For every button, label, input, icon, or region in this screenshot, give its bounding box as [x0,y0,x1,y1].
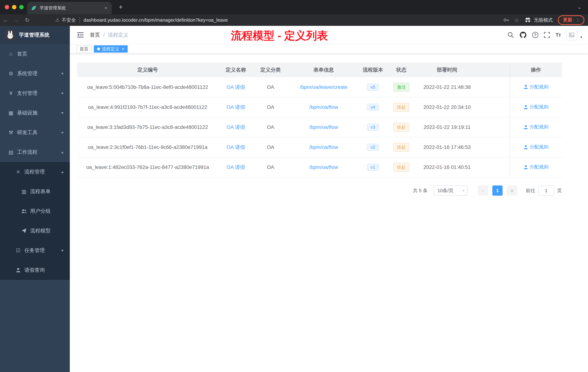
incognito-badge: 无痕模式 [524,17,553,23]
jump-page-input[interactable] [538,186,554,196]
font-size-icon[interactable]: Tт [556,32,561,38]
app-title: 芋道管理系统 [19,32,50,38]
assign-rule-link[interactable]: 分配规则 [524,164,548,170]
cell-definition-id: oa_leave:5:004b710b-7b8a-11ec-8ef0-acde4… [77,77,218,97]
task-management-icon: ☑ [15,248,21,253]
collapse-sidebar-button[interactable] [77,32,84,38]
incognito-label: 无痕模式 [534,17,553,23]
version-badge: v2 [367,144,379,151]
page-1-button[interactable]: 1 [492,186,503,196]
menu-label: 基础设施 [17,109,37,116]
navbar: 首页 / 流程定义 流程模型 - 定义列表 ? Tт [70,26,588,44]
avatar[interactable] [566,30,577,40]
definition-name-link[interactable]: OA 请假 [227,164,245,170]
sidebar-logo[interactable]: 芋道管理系统 [0,26,70,44]
avatar-caret-icon[interactable]: ▾ [580,35,582,39]
cell-deploy-time: 2022-01-16 17:46:53 [416,137,478,157]
form-link[interactable]: /bpm/oa/leave/create [300,84,347,90]
version-badge: v3 [367,124,379,131]
leave-query-icon [15,268,21,273]
help-icon[interactable]: ? [532,32,538,38]
browser-menu-kebab-icon[interactable]: ⋮ [575,17,580,23]
sidebar-item-process-form[interactable]: ▥ 流程表单 [0,182,70,201]
user-icon [524,85,528,89]
browser-tab[interactable]: 芋道管理系统 × [27,2,112,14]
assign-rule-link[interactable]: 分配规则 [524,84,548,90]
address-bar-url[interactable]: dashboard.yudao.iocoder.cn/bpm/manager/d… [84,17,228,23]
chevron-down-icon: ▾ [61,111,63,115]
sidebar-item-leave-query[interactable]: 请假查询 [0,260,70,280]
tags-view: 首页 流程定义 × [70,44,588,54]
menu-label: 研发工具 [17,129,37,136]
menu-label: 流程管理 [24,168,45,175]
form-link[interactable]: /bpm/oa/flow [309,104,338,110]
sidebar-item-system-management[interactable]: ⚙ 系统管理 ▾ [0,64,70,83]
assign-rule-link[interactable]: 分配规则 [524,124,548,130]
header-form-info: 表单信息 [288,63,360,77]
new-tab-button[interactable]: + [116,3,126,11]
page-jumper: 前往 页 [526,186,562,196]
cell-deploy-time: 2022-01-22 20:34:10 [416,97,478,117]
sidebar-item-task-management[interactable]: ☑ 任务管理 ▾ [0,241,70,260]
menu-label: 请假查询 [24,267,45,274]
definition-name-link[interactable]: OA 请假 [227,144,245,150]
tab-close-icon[interactable]: × [104,5,108,11]
chevron-down-icon: ▾ [61,130,63,135]
definition-name-link[interactable]: OA 请假 [227,124,245,130]
reload-button[interactable]: ↻ [22,17,33,23]
window-zoom-button[interactable] [19,5,24,9]
sidebar-item-infrastructure[interactable]: ▦ 基础设施 ▾ [0,103,70,123]
header-actions: 操作 [510,63,562,77]
assign-rule-link[interactable]: 分配规则 [524,144,548,150]
search-icon[interactable] [507,32,514,38]
key-icon[interactable] [503,17,509,23]
url-divider [79,17,80,23]
cell-filler [478,137,510,157]
tag-close-icon[interactable]: × [122,46,124,52]
sidebar-item-process-model[interactable]: 流程模型 [0,221,70,241]
chevron-down-icon: ▾ [61,71,63,76]
site-security-chip[interactable]: ⚠ 不安全 [55,17,76,23]
breadcrumb-separator: / [103,32,105,38]
forward-button[interactable]: → [11,17,22,23]
version-badge: v1 [367,164,379,171]
github-icon[interactable] [519,31,527,39]
cell-definition-id: oa_leave:4:991f2193-7b7f-11ec-a3c8-acde4… [77,97,218,117]
browser-toolbar: ← → ↻ ⚠ 不安全 dashboard.yudao.iocoder.cn/b… [0,14,588,26]
back-button[interactable]: ← [0,17,11,23]
devtools-icon: ⚒ [8,130,14,136]
tab-search-chevron-icon[interactable]: ⌄ [578,4,581,10]
window-close-button[interactable] [5,5,9,9]
sidebar-item-home[interactable]: ⌂ 首页 [0,44,70,64]
app: 芋道管理系统 ⌂ 首页 ⚙ 系统管理 ▾ ¥ 支付管理 ▾ ▦ 基础设施 ▾ [0,26,588,372]
page-size-value: 10条/页 [437,187,453,194]
form-link[interactable]: /bpm/oa/flow [309,124,338,130]
status-badge: 挂起 [393,163,409,172]
form-link[interactable]: /bpm/oa/flow [309,144,338,150]
sidebar-item-workflow[interactable]: ▤ 工作流程 ▴ [0,142,70,162]
breadcrumb-home[interactable]: 首页 [90,32,100,38]
tag-process-definition[interactable]: 流程定义 × [94,45,128,53]
bookmark-star-icon[interactable]: ☆ [514,17,519,23]
update-button[interactable]: 更新 ⋮ [558,15,584,25]
fullscreen-icon[interactable] [544,32,550,38]
sidebar-item-payment-management[interactable]: ¥ 支付管理 ▾ [0,83,70,103]
assign-rule-link[interactable]: 分配规则 [524,104,548,110]
sidebar-item-user-group[interactable]: 用户分组 [0,201,70,221]
cell-category: OA [253,117,288,137]
user-group-icon [21,208,27,214]
menu-label: 用户分组 [30,208,51,215]
sidebar-item-devtools[interactable]: ⚒ 研发工具 ▾ [0,123,70,142]
sidebar-item-process-management[interactable]: ≡ 流程管理 ▴ [0,162,70,182]
next-page-button[interactable]: › [507,186,517,196]
status-badge: 挂起 [393,103,409,111]
form-link[interactable]: /bpm/oa/flow [309,164,338,170]
definition-name-link[interactable]: OA 请假 [227,84,245,90]
prev-page-button[interactable]: ‹ [478,186,488,196]
page-size-select[interactable]: 10条/页 ▾ [433,186,468,196]
status-badge: 挂起 [393,123,409,131]
definition-name-link[interactable]: OA 请假 [227,104,245,110]
tag-home[interactable]: 首页 [76,45,92,53]
tag-label: 首页 [80,46,88,52]
window-minimize-button[interactable] [12,5,16,9]
